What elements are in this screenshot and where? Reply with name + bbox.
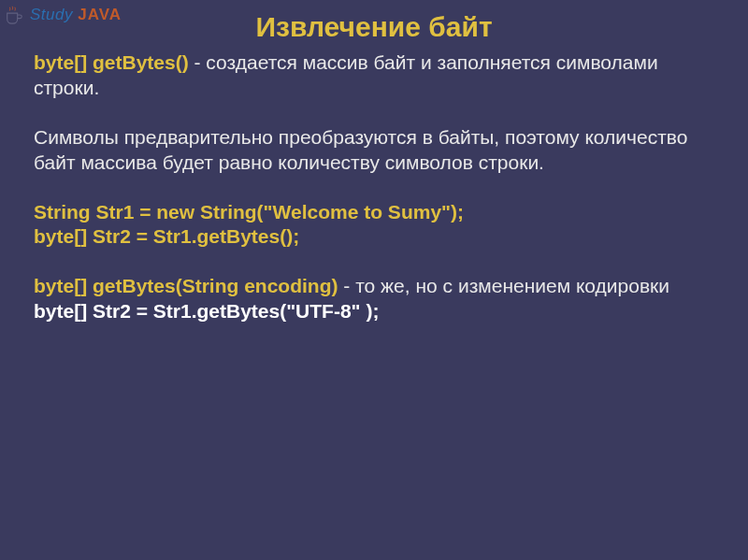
slide: Study JAVA Извлечение байт byte[] getByt…	[0, 0, 748, 560]
code-line: byte[] Str2 = Str1.getBytes("UTF-8" );	[34, 300, 379, 322]
signature-return-type: byte[]	[34, 51, 93, 73]
paragraph-1: byte[] getBytes() - создается массив бай…	[34, 50, 707, 101]
slide-content: byte[] getBytes() - создается массив бай…	[34, 50, 707, 324]
code-line: String Str1 = new String("Welcome to Sum…	[34, 201, 464, 223]
slide-title: Извлечение байт	[0, 11, 748, 43]
code-block-1: String Str1 = new String("Welcome to Sum…	[34, 200, 707, 251]
paragraph-3: byte[] getBytes(String encoding) - то же…	[34, 274, 707, 299]
code-line: byte[] Str2 = Str1.getBytes();	[34, 225, 299, 247]
signature-parens: ()	[176, 51, 189, 73]
paragraph-2: Символы предварительно преобразуются в б…	[34, 125, 707, 176]
code-block-2: byte[] Str2 = Str1.getBytes("UTF-8" );	[34, 299, 707, 324]
signature-method-name: getBytes	[93, 51, 176, 73]
signature-overload: byte[] getBytes(String encoding)	[34, 275, 338, 296]
paragraph-3-desc: - то же, но с изменением кодировки	[338, 275, 670, 296]
